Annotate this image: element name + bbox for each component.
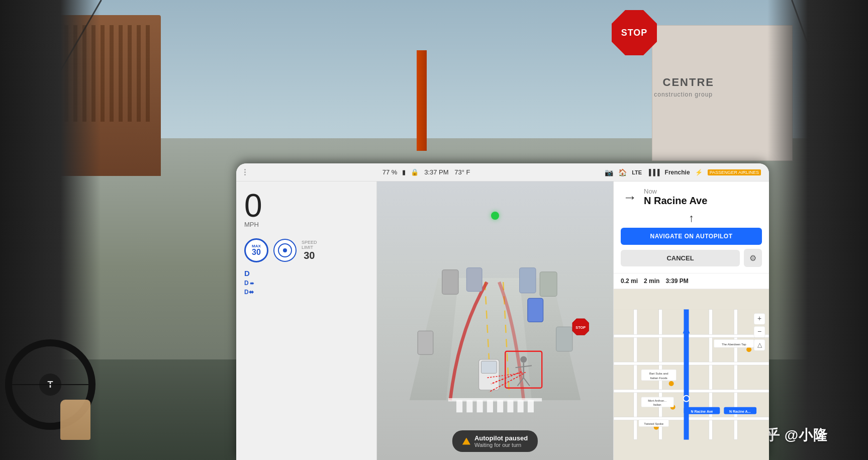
nav-distance: 0.2 mi <box>621 278 638 285</box>
building-right-text: CENTRE <box>663 76 714 89</box>
destination-dot <box>491 212 499 220</box>
svg-rect-25 <box>477 400 483 412</box>
continue-arrow-icon: ↑ <box>689 212 694 225</box>
svg-text:Italian: Italian <box>653 403 661 406</box>
svg-text:The Aberdeen Tap: The Aberdeen Tap <box>722 343 746 346</box>
gear-d2: D⬌ <box>244 279 368 287</box>
speed-set-label: SPEEDLIMIT <box>302 240 317 250</box>
svg-rect-26 <box>487 400 493 412</box>
navigate-autopilot-button[interactable]: NAVIGATE ON AUTOPILOT <box>621 228 762 245</box>
nav-time-remaining: 2 min <box>644 278 659 285</box>
lte-label: LTE <box>632 169 642 175</box>
svg-rect-41 <box>614 390 769 393</box>
nav-arrow: → <box>621 189 639 207</box>
svg-text:Twisted Spoke: Twisted Spoke <box>644 422 663 425</box>
svg-rect-40 <box>614 362 769 365</box>
turn-arrow-icon: → <box>623 190 637 206</box>
dashboard: 77 % ▮ 🔒 3:37 PM 73° F 📷 🏠 LTE ▐▐▐ Frenc… <box>236 163 769 460</box>
svg-text:−: − <box>757 327 761 335</box>
user-name: Frenchie <box>665 169 690 176</box>
dashboard-center-panel: STOP Autopilot paused Waiting for our tu… <box>377 181 613 460</box>
svg-rect-23 <box>456 400 462 412</box>
bluetooth-icon: ⚡ <box>695 169 703 176</box>
autopilot-banner: Autopilot paused Waiting for our turn <box>452 430 538 452</box>
svg-text:△: △ <box>757 341 762 348</box>
battery-icon: ▮ <box>402 168 406 176</box>
svg-text:N Racine A...: N Racine A... <box>729 410 750 413</box>
svg-rect-5 <box>466 268 482 292</box>
nav-text: Now N Racine Ave <box>644 188 707 206</box>
gear-icon: ⚙ <box>749 253 756 263</box>
gear-d3: D⬌ <box>244 288 368 296</box>
svg-rect-9 <box>556 327 572 351</box>
speed-set: SPEEDLIMIT 30 <box>302 240 317 261</box>
warning-triangle-icon <box>462 438 470 445</box>
dashboard-topbar: 77 % ▮ 🔒 3:37 PM 73° F 📷 🏠 LTE ▐▐▐ Frenc… <box>236 163 769 181</box>
svg-point-46 <box>684 396 690 402</box>
stop-sign: STOP <box>612 10 657 55</box>
gear-d: D <box>244 268 368 278</box>
speed-unit: MPH <box>244 221 259 228</box>
passenger-label: PASSENGER AIRLINES <box>708 169 761 175</box>
building-right-subtext: construction group <box>654 91 713 98</box>
topbar-right: 📷 🏠 LTE ▐▐▐ Frenchie ⚡ PASSENGER AIRLINE… <box>605 168 761 176</box>
interior-right <box>767 0 868 460</box>
speed-limit-circle[interactable]: MAX 30 <box>244 238 268 262</box>
speed-display: 0 MPH <box>244 190 368 228</box>
visualization-container: STOP Autopilot paused Waiting for our tu… <box>377 181 613 460</box>
svg-rect-24 <box>466 400 472 412</box>
nav-cancel-row: CANCEL ⚙ <box>621 249 762 267</box>
navigation-settings-button[interactable]: ⚙ <box>744 249 762 267</box>
crane <box>417 50 427 151</box>
nav-top: → Now N Racine Ave ↑ NAVIGATE ON AUTOPIL… <box>614 181 769 273</box>
nav-direction: → Now N Racine Ave <box>621 188 762 207</box>
svg-rect-39 <box>614 334 769 337</box>
gear-indicator: D D⬌ D⬌ <box>244 268 368 296</box>
camera-icon: 📷 <box>605 168 613 176</box>
nav-eta: 3:39 PM <box>665 278 688 285</box>
map-area[interactable]: N Racine Ave N Racine A... Bari Subs and… <box>614 289 769 460</box>
svg-text:Mort Anthon...: Mort Anthon... <box>648 399 667 402</box>
map-svg: N Racine Ave N Racine A... Bari Subs and… <box>614 289 769 460</box>
autopilot-status-text: Autopilot paused Waiting for our turn <box>474 434 528 448</box>
signal-bars: ▐▐▐ <box>647 169 660 176</box>
battery-pct: 77 % <box>382 168 398 176</box>
svg-text:STOP: STOP <box>575 325 586 330</box>
nav-timing: Now <box>644 188 707 195</box>
steering-wheel-icon <box>278 243 292 257</box>
svg-rect-12 <box>481 361 497 373</box>
svg-text:+: + <box>757 314 761 322</box>
svg-point-14 <box>520 356 527 363</box>
topbar-left <box>244 169 248 175</box>
dashboard-left-panel: 0 MPH MAX 30 SPEEDLIMIT 30 D D⬌ D <box>236 181 377 460</box>
svg-rect-30 <box>528 400 534 412</box>
home-icon: 🏠 <box>618 168 627 176</box>
autopilot-icon[interactable] <box>273 239 297 262</box>
svg-rect-7 <box>540 272 557 297</box>
svg-text:N Racine Ave: N Racine Ave <box>691 410 713 413</box>
temperature-display: 73° F <box>454 168 470 176</box>
svg-point-51 <box>669 381 674 386</box>
svg-rect-27 <box>497 400 503 412</box>
dashboard-main: 0 MPH MAX 30 SPEEDLIMIT 30 D D⬌ D <box>236 181 769 460</box>
svg-rect-4 <box>442 270 458 295</box>
dashboard-right-panel: → Now N Racine Ave ↑ NAVIGATE ON AUTOPIL… <box>613 181 769 460</box>
svg-rect-29 <box>518 400 524 412</box>
speed-limit-num: 30 <box>252 248 261 256</box>
lock-icon: 🔒 <box>411 168 419 176</box>
nav-stats: 0.2 mi 2 min 3:39 PM <box>614 273 769 289</box>
interior-left: T <box>0 0 101 460</box>
svg-text:Italian Foods: Italian Foods <box>650 377 667 380</box>
speed-controls: MAX 30 SPEEDLIMIT 30 <box>244 238 368 262</box>
speed-set-num: 30 <box>304 250 315 261</box>
speed-number: 0 <box>244 190 262 222</box>
road-visualization: STOP <box>377 181 613 460</box>
svg-rect-42 <box>614 417 769 420</box>
nav-continue-arrow: ↑ <box>621 212 762 225</box>
cancel-navigation-button[interactable]: CANCEL <box>621 250 740 266</box>
nav-street: N Racine Ave <box>644 195 707 206</box>
svg-point-55 <box>746 347 751 352</box>
topbar-center: 77 % ▮ 🔒 3:37 PM 73° F <box>382 168 470 176</box>
svg-rect-28 <box>507 400 513 412</box>
svg-rect-6 <box>520 268 536 293</box>
